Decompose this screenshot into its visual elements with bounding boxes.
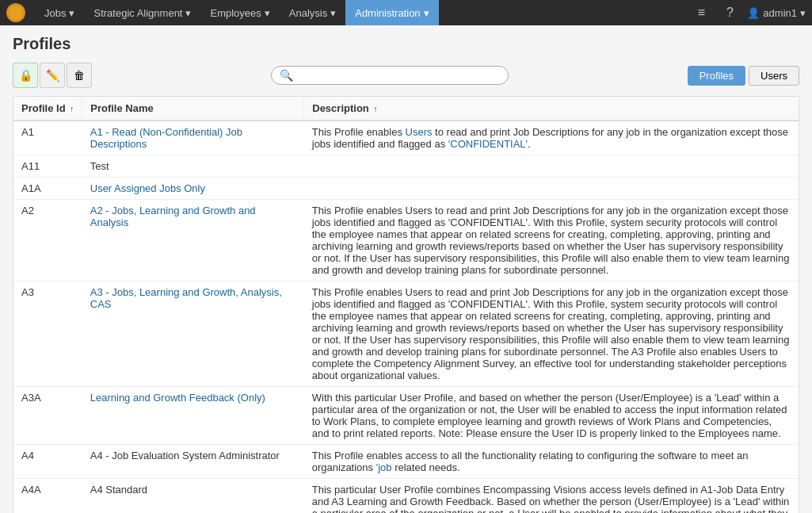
cell-profile-id: A4A (13, 479, 82, 514)
profiles-table: Profile Id ↑ Profile Name Description ↑ … (13, 97, 799, 513)
app-logo (6, 3, 25, 22)
sort-arrow-desc: ↑ (373, 105, 377, 113)
cell-profile-id: A3A (13, 387, 82, 445)
table-row: A11Test (13, 155, 799, 178)
profile-name-highlight: (Only) (237, 392, 265, 404)
profile-id-value: A11 (21, 160, 40, 172)
profile-name-link[interactable]: A1 - Read (Non-Confidential) Job Descrip… (90, 126, 242, 150)
profile-name-link[interactable]: A3 - Jobs, Learning and Growth, Analysis… (90, 286, 282, 310)
cell-profile-name: Test (82, 155, 304, 178)
profile-id-value: A2 (21, 205, 34, 216)
page-title: Profiles (13, 35, 799, 53)
profile-id-value: A4A (21, 484, 41, 496)
search-input[interactable] (298, 70, 500, 82)
profile-id-value: A1A (21, 182, 41, 194)
menu-icon-button[interactable]: ≡ (690, 2, 712, 24)
help-icon-button[interactable]: ? (719, 2, 741, 24)
desc-highlight: 'job (376, 461, 392, 473)
cell-profile-desc: This particular User Profile combines En… (304, 479, 799, 514)
cell-profile-name: A4 - Job Evaluation System Administrator (82, 445, 304, 479)
user-menu[interactable]: 👤 admin1 ▾ (747, 7, 806, 19)
cell-profile-id: A1A (13, 178, 82, 200)
table-row: A1AUser Assigned Jobs Only (13, 178, 799, 200)
nav-menu: Jobs ▾ Strategic Alignment ▾ Employees ▾… (35, 0, 690, 25)
cell-profile-desc (304, 155, 799, 178)
profile-id-value: A3A (21, 392, 41, 404)
cell-profile-name: A4 Standard (82, 479, 304, 514)
nav-right: ≡ ? 👤 admin1 ▾ (690, 2, 806, 24)
profile-id-value: A4 (21, 450, 34, 461)
column-header-id[interactable]: Profile Id ↑ (13, 97, 82, 121)
table-row: A1A1 - Read (Non-Confidential) Job Descr… (13, 121, 799, 155)
table-container: Profile Id ↑ Profile Name Description ↑ … (13, 96, 799, 513)
table-row: A3ALearning and Growth Feedback (Only)Wi… (13, 387, 799, 445)
cell-profile-id: A4 (13, 445, 82, 479)
cell-profile-desc: This Profile enables Users to read and p… (304, 121, 799, 155)
column-header-name[interactable]: Profile Name (82, 97, 304, 121)
desc-highlight: 'CONFIDENTIAL' (448, 138, 528, 150)
cell-profile-name[interactable]: Learning and Growth Feedback (Only) (82, 387, 304, 445)
table-body: A1A1 - Read (Non-Confidential) Job Descr… (13, 121, 799, 513)
cell-profile-id: A2 (13, 200, 82, 281)
navbar: Jobs ▾ Strategic Alignment ▾ Employees ▾… (0, 0, 812, 25)
user-icon: 👤 (747, 7, 760, 19)
sort-arrow-id: ↑ (70, 105, 74, 113)
chevron-down-icon: ▾ (69, 7, 74, 19)
cell-profile-id: A11 (13, 155, 82, 178)
cell-profile-name[interactable]: User Assigned Jobs Only (82, 178, 304, 200)
chevron-down-icon: ▾ (330, 7, 336, 19)
profile-name-text: A4 - Job Evaluation System Administrator (90, 450, 280, 461)
nav-item-strategic-alignment[interactable]: Strategic Alignment ▾ (84, 0, 200, 25)
table-row: A4AA4 StandardThis particular User Profi… (13, 479, 799, 514)
cell-profile-desc (304, 178, 799, 200)
profile-name-link[interactable]: Learning and Growth Feedback (Only) (90, 392, 265, 404)
cell-profile-desc: This Profile enables Users to read and p… (304, 200, 799, 281)
tab-buttons: Profiles Users (688, 66, 799, 86)
search-box: 🔍 (271, 66, 509, 85)
profile-name-link[interactable]: User Assigned Jobs Only (90, 182, 205, 194)
profile-id-value: A1 (21, 126, 34, 138)
nav-item-jobs[interactable]: Jobs ▾ (35, 0, 84, 25)
cell-profile-id: A1 (13, 121, 82, 155)
nav-item-analysis[interactable]: Analysis ▾ (280, 0, 345, 25)
cell-profile-name[interactable]: A2 - Jobs, Learning and Growth and Analy… (82, 200, 304, 281)
trash-icon: 🗑 (74, 69, 85, 82)
edit-icon: ✏️ (46, 69, 59, 82)
search-container: 🔍 (98, 66, 681, 85)
profile-id-value: A3 (21, 286, 34, 298)
toolbar: 🔒 ✏️ 🗑 🔍 Profiles Users (13, 63, 799, 88)
desc-highlight: Users (406, 126, 433, 138)
cell-profile-desc: This Profile enables Users to read and p… (304, 281, 799, 387)
profile-name-text: A4 Standard (90, 484, 147, 496)
cell-profile-name[interactable]: A3 - Jobs, Learning and Growth, Analysis… (82, 281, 304, 387)
tab-profiles[interactable]: Profiles (688, 66, 745, 86)
toolbar-icons: 🔒 ✏️ 🗑 (13, 63, 92, 88)
chevron-down-icon: ▾ (800, 7, 806, 19)
cell-profile-id: A3 (13, 281, 82, 387)
chevron-down-icon: ▾ (265, 7, 270, 19)
chevron-down-icon: ▾ (185, 7, 191, 19)
add-button[interactable]: 🔒 (13, 63, 38, 88)
nav-item-employees[interactable]: Employees ▾ (200, 0, 279, 25)
cell-profile-desc: With this particular User Profile, and b… (304, 387, 799, 445)
delete-button[interactable]: 🗑 (67, 63, 92, 88)
profile-name-text: Test (90, 160, 109, 172)
table-row: A2A2 - Jobs, Learning and Growth and Ana… (13, 200, 799, 281)
lock-icon: 🔒 (19, 69, 32, 82)
page-content: Profiles 🔒 ✏️ 🗑 🔍 Profiles Users (0, 25, 812, 513)
cell-profile-name[interactable]: A1 - Read (Non-Confidential) Job Descrip… (82, 121, 304, 155)
profile-name-link[interactable]: A2 - Jobs, Learning and Growth and Analy… (90, 205, 256, 228)
search-icon: 🔍 (280, 69, 293, 82)
table-row: A4A4 - Job Evaluation System Administrat… (13, 445, 799, 479)
column-header-desc[interactable]: Description ↑ (304, 97, 799, 121)
nav-item-administration[interactable]: Administration ▾ (345, 0, 438, 25)
cell-profile-desc: This Profile enables access to all the f… (304, 445, 799, 479)
edit-button[interactable]: ✏️ (40, 63, 65, 88)
table-row: A3A3 - Jobs, Learning and Growth, Analys… (13, 281, 799, 387)
chevron-down-icon: ▾ (424, 7, 429, 19)
table-header-row: Profile Id ↑ Profile Name Description ↑ (13, 97, 799, 121)
tab-users[interactable]: Users (749, 66, 799, 86)
